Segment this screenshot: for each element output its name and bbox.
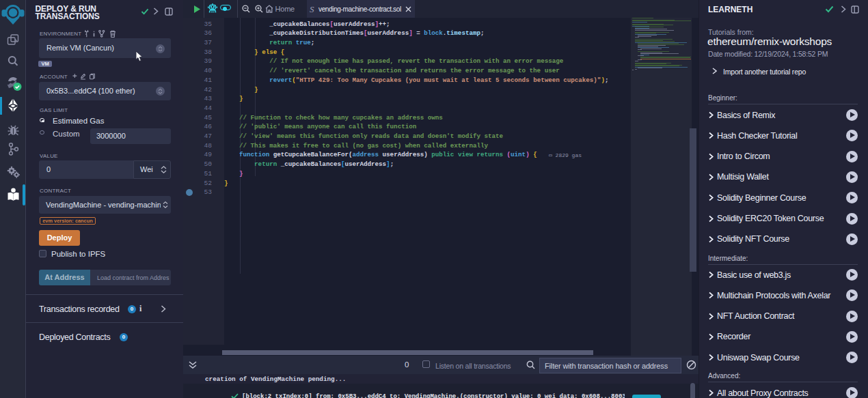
- svg-text:S: S: [310, 5, 314, 14]
